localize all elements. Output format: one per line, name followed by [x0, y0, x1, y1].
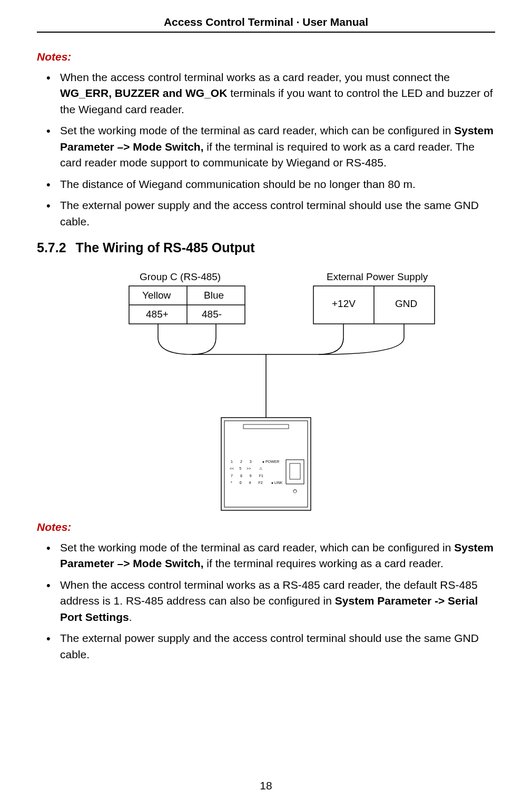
key: #	[249, 481, 251, 484]
header-rule	[37, 32, 495, 33]
notes-list-1: When the access control terminal works a…	[37, 70, 495, 230]
list-item: Set the working mode of the terminal as …	[50, 123, 495, 171]
list-item: Set the working mode of the terminal as …	[50, 540, 495, 572]
notes-label-1: Notes:	[37, 51, 495, 63]
attention-icon: ⚠	[259, 467, 262, 471]
text: .	[129, 611, 132, 623]
key: 8	[240, 474, 242, 478]
page-number: 18	[0, 779, 532, 792]
text: The external power supply and the access…	[60, 632, 479, 660]
text-bold: WG_ERR, BUZZER and WG_OK	[60, 87, 227, 99]
cell-gnd: GND	[395, 298, 417, 310]
key: 0	[240, 481, 242, 484]
notes-label-2: Notes:	[37, 521, 495, 533]
text: if the terminal requires working as a ca…	[204, 557, 444, 569]
svg-rect-12	[290, 463, 300, 479]
section-title: The Wiring of RS-485 Output	[76, 240, 255, 255]
device-keypad: 1 2 3 ● POWER << 5 >> ⚠ 7 8 9 F1 * 0 # F…	[229, 460, 284, 484]
cell-yellow: Yellow	[142, 290, 171, 301]
list-item: The external power supply and the access…	[50, 197, 495, 230]
key: 9	[250, 474, 252, 478]
cell-485m: 485-	[202, 309, 222, 320]
notes-list-2: Set the working mode of the terminal as …	[37, 540, 495, 662]
key: 5	[239, 467, 241, 471]
key: F1	[259, 474, 263, 478]
key: 7	[231, 474, 233, 478]
wiring-diagram: Group C (RS-485) External Power Supply Y…	[87, 270, 445, 518]
list-item: The distance of Wiegand communication sh…	[50, 176, 495, 192]
text: When the access control terminal works a…	[60, 71, 450, 83]
key: F2	[259, 481, 263, 484]
cell-485p: 485+	[146, 309, 169, 320]
key: 2	[240, 460, 242, 463]
page-header-title: Access Control Terminal · User Manual	[37, 16, 495, 32]
list-item: When the access control terminal works a…	[50, 577, 495, 625]
external-power-label: External Power Supply	[327, 271, 428, 283]
text: Set the working mode of the terminal as …	[60, 124, 454, 136]
key: 3	[250, 460, 252, 463]
key: *	[231, 481, 232, 484]
key: >>	[247, 467, 251, 471]
key: 1	[231, 460, 233, 463]
list-item: The external power supply and the access…	[50, 630, 495, 662]
section-number: 5.7.2	[37, 240, 66, 255]
power-led-label: ● POWER	[262, 460, 280, 463]
svg-rect-10	[229, 431, 303, 458]
text: The distance of Wiegand communication sh…	[60, 178, 416, 190]
text: The external power supply and the access…	[60, 199, 479, 227]
key: <<	[230, 467, 234, 471]
section-heading: 5.7.2The Wiring of RS-485 Output	[37, 240, 495, 255]
list-item: When the access control terminal works a…	[50, 70, 495, 117]
cell-12v: +12V	[332, 298, 356, 310]
cell-blue: Blue	[204, 290, 224, 301]
group-c-label: Group C (RS-485)	[140, 271, 221, 283]
svg-rect-9	[243, 424, 289, 429]
link-led-label: ● LINK	[271, 481, 283, 484]
text: Set the working mode of the terminal as …	[60, 541, 454, 553]
svg-point-13	[293, 490, 297, 493]
